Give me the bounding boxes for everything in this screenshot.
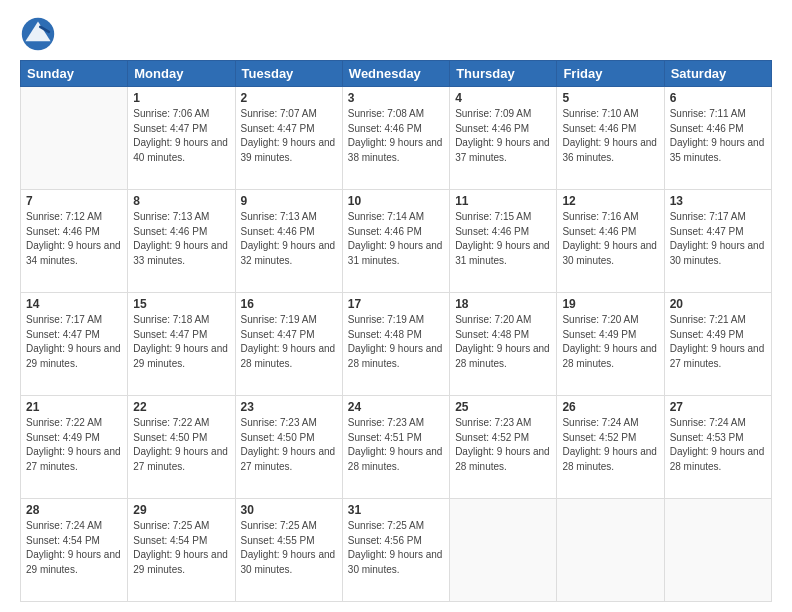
day-info: Sunrise: 7:10 AM Sunset: 4:46 PM Dayligh… bbox=[562, 107, 658, 165]
calendar-week-row: 14 Sunrise: 7:17 AM Sunset: 4:47 PM Dayl… bbox=[21, 293, 772, 396]
calendar-cell: 1 Sunrise: 7:06 AM Sunset: 4:47 PM Dayli… bbox=[128, 87, 235, 190]
calendar-cell: 14 Sunrise: 7:17 AM Sunset: 4:47 PM Dayl… bbox=[21, 293, 128, 396]
day-number: 28 bbox=[26, 503, 122, 517]
calendar-cell: 25 Sunrise: 7:23 AM Sunset: 4:52 PM Dayl… bbox=[450, 396, 557, 499]
calendar-cell: 8 Sunrise: 7:13 AM Sunset: 4:46 PM Dayli… bbox=[128, 190, 235, 293]
calendar-header-sunday: Sunday bbox=[21, 61, 128, 87]
day-number: 24 bbox=[348, 400, 444, 414]
calendar-cell bbox=[450, 499, 557, 602]
calendar-cell: 30 Sunrise: 7:25 AM Sunset: 4:55 PM Dayl… bbox=[235, 499, 342, 602]
day-number: 11 bbox=[455, 194, 551, 208]
calendar-cell: 12 Sunrise: 7:16 AM Sunset: 4:46 PM Dayl… bbox=[557, 190, 664, 293]
day-info: Sunrise: 7:22 AM Sunset: 4:49 PM Dayligh… bbox=[26, 416, 122, 474]
day-number: 4 bbox=[455, 91, 551, 105]
logo-icon bbox=[20, 16, 56, 52]
day-info: Sunrise: 7:23 AM Sunset: 4:51 PM Dayligh… bbox=[348, 416, 444, 474]
day-number: 10 bbox=[348, 194, 444, 208]
calendar-cell: 29 Sunrise: 7:25 AM Sunset: 4:54 PM Dayl… bbox=[128, 499, 235, 602]
calendar-cell: 18 Sunrise: 7:20 AM Sunset: 4:48 PM Dayl… bbox=[450, 293, 557, 396]
day-number: 29 bbox=[133, 503, 229, 517]
day-info: Sunrise: 7:07 AM Sunset: 4:47 PM Dayligh… bbox=[241, 107, 337, 165]
calendar-cell: 31 Sunrise: 7:25 AM Sunset: 4:56 PM Dayl… bbox=[342, 499, 449, 602]
day-info: Sunrise: 7:12 AM Sunset: 4:46 PM Dayligh… bbox=[26, 210, 122, 268]
day-info: Sunrise: 7:17 AM Sunset: 4:47 PM Dayligh… bbox=[670, 210, 766, 268]
day-info: Sunrise: 7:24 AM Sunset: 4:54 PM Dayligh… bbox=[26, 519, 122, 577]
calendar-cell: 4 Sunrise: 7:09 AM Sunset: 4:46 PM Dayli… bbox=[450, 87, 557, 190]
calendar-header-thursday: Thursday bbox=[450, 61, 557, 87]
day-number: 17 bbox=[348, 297, 444, 311]
day-info: Sunrise: 7:24 AM Sunset: 4:53 PM Dayligh… bbox=[670, 416, 766, 474]
calendar-cell: 15 Sunrise: 7:18 AM Sunset: 4:47 PM Dayl… bbox=[128, 293, 235, 396]
day-info: Sunrise: 7:17 AM Sunset: 4:47 PM Dayligh… bbox=[26, 313, 122, 371]
day-info: Sunrise: 7:14 AM Sunset: 4:46 PM Dayligh… bbox=[348, 210, 444, 268]
calendar-week-row: 7 Sunrise: 7:12 AM Sunset: 4:46 PM Dayli… bbox=[21, 190, 772, 293]
day-info: Sunrise: 7:13 AM Sunset: 4:46 PM Dayligh… bbox=[241, 210, 337, 268]
day-number: 26 bbox=[562, 400, 658, 414]
day-number: 21 bbox=[26, 400, 122, 414]
day-number: 12 bbox=[562, 194, 658, 208]
day-info: Sunrise: 7:11 AM Sunset: 4:46 PM Dayligh… bbox=[670, 107, 766, 165]
day-info: Sunrise: 7:25 AM Sunset: 4:55 PM Dayligh… bbox=[241, 519, 337, 577]
day-info: Sunrise: 7:06 AM Sunset: 4:47 PM Dayligh… bbox=[133, 107, 229, 165]
calendar-table: SundayMondayTuesdayWednesdayThursdayFrid… bbox=[20, 60, 772, 602]
calendar-header-friday: Friday bbox=[557, 61, 664, 87]
day-info: Sunrise: 7:20 AM Sunset: 4:49 PM Dayligh… bbox=[562, 313, 658, 371]
header bbox=[20, 16, 772, 52]
day-number: 25 bbox=[455, 400, 551, 414]
calendar-week-row: 21 Sunrise: 7:22 AM Sunset: 4:49 PM Dayl… bbox=[21, 396, 772, 499]
day-number: 9 bbox=[241, 194, 337, 208]
day-info: Sunrise: 7:19 AM Sunset: 4:47 PM Dayligh… bbox=[241, 313, 337, 371]
day-number: 27 bbox=[670, 400, 766, 414]
calendar-header-tuesday: Tuesday bbox=[235, 61, 342, 87]
day-number: 14 bbox=[26, 297, 122, 311]
day-number: 8 bbox=[133, 194, 229, 208]
page: SundayMondayTuesdayWednesdayThursdayFrid… bbox=[0, 0, 792, 612]
calendar-cell: 10 Sunrise: 7:14 AM Sunset: 4:46 PM Dayl… bbox=[342, 190, 449, 293]
calendar-cell: 7 Sunrise: 7:12 AM Sunset: 4:46 PM Dayli… bbox=[21, 190, 128, 293]
day-number: 22 bbox=[133, 400, 229, 414]
calendar-cell: 2 Sunrise: 7:07 AM Sunset: 4:47 PM Dayli… bbox=[235, 87, 342, 190]
calendar-cell: 5 Sunrise: 7:10 AM Sunset: 4:46 PM Dayli… bbox=[557, 87, 664, 190]
day-info: Sunrise: 7:13 AM Sunset: 4:46 PM Dayligh… bbox=[133, 210, 229, 268]
calendar-cell bbox=[664, 499, 771, 602]
calendar-cell: 24 Sunrise: 7:23 AM Sunset: 4:51 PM Dayl… bbox=[342, 396, 449, 499]
calendar-week-row: 28 Sunrise: 7:24 AM Sunset: 4:54 PM Dayl… bbox=[21, 499, 772, 602]
day-info: Sunrise: 7:25 AM Sunset: 4:56 PM Dayligh… bbox=[348, 519, 444, 577]
day-number: 7 bbox=[26, 194, 122, 208]
day-info: Sunrise: 7:20 AM Sunset: 4:48 PM Dayligh… bbox=[455, 313, 551, 371]
day-info: Sunrise: 7:16 AM Sunset: 4:46 PM Dayligh… bbox=[562, 210, 658, 268]
calendar-cell: 6 Sunrise: 7:11 AM Sunset: 4:46 PM Dayli… bbox=[664, 87, 771, 190]
day-number: 18 bbox=[455, 297, 551, 311]
day-info: Sunrise: 7:23 AM Sunset: 4:50 PM Dayligh… bbox=[241, 416, 337, 474]
day-number: 31 bbox=[348, 503, 444, 517]
day-number: 30 bbox=[241, 503, 337, 517]
calendar-cell bbox=[557, 499, 664, 602]
calendar-cell: 16 Sunrise: 7:19 AM Sunset: 4:47 PM Dayl… bbox=[235, 293, 342, 396]
day-info: Sunrise: 7:24 AM Sunset: 4:52 PM Dayligh… bbox=[562, 416, 658, 474]
calendar-header-wednesday: Wednesday bbox=[342, 61, 449, 87]
day-number: 16 bbox=[241, 297, 337, 311]
day-number: 1 bbox=[133, 91, 229, 105]
day-number: 19 bbox=[562, 297, 658, 311]
calendar-cell: 11 Sunrise: 7:15 AM Sunset: 4:46 PM Dayl… bbox=[450, 190, 557, 293]
calendar-cell: 26 Sunrise: 7:24 AM Sunset: 4:52 PM Dayl… bbox=[557, 396, 664, 499]
day-info: Sunrise: 7:08 AM Sunset: 4:46 PM Dayligh… bbox=[348, 107, 444, 165]
day-info: Sunrise: 7:18 AM Sunset: 4:47 PM Dayligh… bbox=[133, 313, 229, 371]
day-info: Sunrise: 7:19 AM Sunset: 4:48 PM Dayligh… bbox=[348, 313, 444, 371]
calendar-cell: 28 Sunrise: 7:24 AM Sunset: 4:54 PM Dayl… bbox=[21, 499, 128, 602]
day-info: Sunrise: 7:25 AM Sunset: 4:54 PM Dayligh… bbox=[133, 519, 229, 577]
day-number: 13 bbox=[670, 194, 766, 208]
calendar-cell: 19 Sunrise: 7:20 AM Sunset: 4:49 PM Dayl… bbox=[557, 293, 664, 396]
day-number: 2 bbox=[241, 91, 337, 105]
day-number: 23 bbox=[241, 400, 337, 414]
day-info: Sunrise: 7:23 AM Sunset: 4:52 PM Dayligh… bbox=[455, 416, 551, 474]
day-info: Sunrise: 7:15 AM Sunset: 4:46 PM Dayligh… bbox=[455, 210, 551, 268]
day-info: Sunrise: 7:22 AM Sunset: 4:50 PM Dayligh… bbox=[133, 416, 229, 474]
calendar-cell: 23 Sunrise: 7:23 AM Sunset: 4:50 PM Dayl… bbox=[235, 396, 342, 499]
calendar-header-monday: Monday bbox=[128, 61, 235, 87]
calendar-header-row: SundayMondayTuesdayWednesdayThursdayFrid… bbox=[21, 61, 772, 87]
calendar-week-row: 1 Sunrise: 7:06 AM Sunset: 4:47 PM Dayli… bbox=[21, 87, 772, 190]
calendar-cell: 22 Sunrise: 7:22 AM Sunset: 4:50 PM Dayl… bbox=[128, 396, 235, 499]
calendar-cell: 20 Sunrise: 7:21 AM Sunset: 4:49 PM Dayl… bbox=[664, 293, 771, 396]
calendar-cell: 27 Sunrise: 7:24 AM Sunset: 4:53 PM Dayl… bbox=[664, 396, 771, 499]
